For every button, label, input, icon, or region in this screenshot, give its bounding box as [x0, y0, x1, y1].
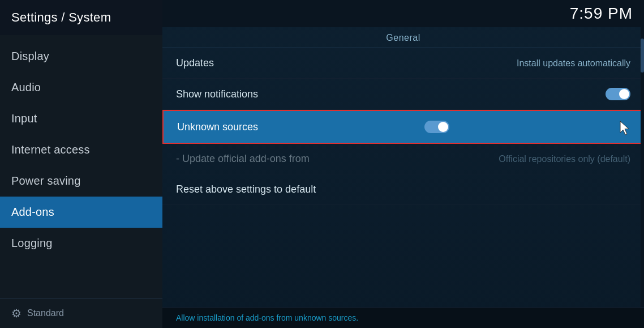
sidebar-footer: ⚙ Standard [0, 298, 162, 328]
setting-label-updates: Updates [176, 57, 214, 69]
sidebar-nav: DisplayAudioInputInternet accessPower sa… [0, 35, 162, 298]
setting-row-show-notifications[interactable]: Show notifications [162, 79, 644, 110]
setting-label-show-notifications: Show notifications [176, 88, 258, 100]
sidebar: Settings / System DisplayAudioInputInter… [0, 0, 162, 328]
setting-row-updates[interactable]: UpdatesInstall updates automatically [162, 48, 644, 79]
mouse-cursor [618, 120, 629, 134]
main-content: 7:59 PM General UpdatesInstall updates a… [162, 0, 644, 328]
setting-value-updates: Install updates automatically [517, 58, 630, 69]
sidebar-footer-label: Standard [27, 308, 64, 318]
sidebar-item-display[interactable]: Display [0, 41, 162, 72]
section-header: General [162, 27, 644, 48]
bottom-bar: Allow installation of add-ons from unkno… [162, 307, 644, 328]
scrollbar-thumb[interactable] [641, 39, 644, 73]
sidebar-item-audio[interactable]: Audio [0, 72, 162, 103]
setting-row-update-official-addons[interactable]: - Update official add-ons fromOfficial r… [162, 144, 644, 174]
settings-list: UpdatesInstall updates automaticallyShow… [162, 48, 644, 307]
setting-label-update-official-addons: - Update official add-ons from [176, 153, 310, 165]
setting-row-reset-settings[interactable]: Reset above settings to default [162, 174, 644, 205]
setting-value-update-official-addons: Official repositories only (default) [499, 154, 630, 164]
page-title: Settings / System [0, 0, 162, 35]
setting-label-unknown-sources: Unknown sources [177, 121, 258, 133]
toggle-unknown-sources[interactable] [424, 121, 449, 133]
sidebar-item-power-saving[interactable]: Power saving [0, 165, 162, 197]
scrollbar[interactable] [641, 27, 644, 307]
content-area: General UpdatesInstall updates automatic… [162, 27, 644, 307]
toggle-show-notifications[interactable] [606, 88, 630, 100]
clock: 7:59 PM [570, 5, 633, 23]
sidebar-item-logging[interactable]: Logging [0, 228, 162, 259]
setting-label-reset-settings: Reset above settings to default [176, 184, 316, 195]
setting-row-unknown-sources[interactable]: Unknown sources [162, 110, 644, 144]
top-bar: 7:59 PM [162, 0, 644, 27]
bottom-status-text: Allow installation of add-ons from unkno… [176, 313, 358, 322]
sidebar-item-input[interactable]: Input [0, 103, 162, 134]
sidebar-item-internet-access[interactable]: Internet access [0, 134, 162, 165]
sidebar-item-add-ons[interactable]: Add-ons [0, 197, 162, 228]
gear-icon: ⚙ [11, 306, 22, 320]
